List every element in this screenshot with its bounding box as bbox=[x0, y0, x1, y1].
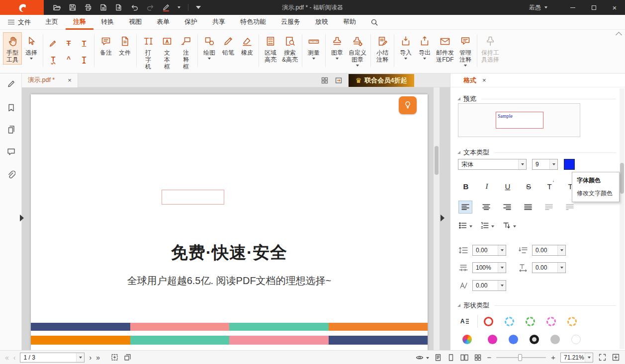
annotate-panel-icon[interactable] bbox=[6, 78, 15, 87]
tab-form[interactable]: 表单 bbox=[149, 15, 177, 30]
document-tab[interactable]: 演示.pdf * × bbox=[22, 73, 78, 87]
redo-icon[interactable] bbox=[146, 3, 155, 11]
dropdown-arrow-icon[interactable] bbox=[518, 159, 526, 169]
panel-scrollbar[interactable] bbox=[620, 88, 625, 349]
prev-page-button[interactable]: ‹ bbox=[13, 354, 16, 362]
export-comments-button[interactable]: 导出 bbox=[415, 32, 434, 61]
tab-slideshow[interactable]: 放映 bbox=[308, 15, 336, 30]
format-tab[interactable]: 格式 × bbox=[463, 76, 486, 85]
shape-fill-magenta[interactable] bbox=[488, 335, 497, 344]
file-attachment-tool-button[interactable]: 文件 bbox=[115, 32, 134, 58]
email-fdf-button[interactable]: 邮件发 送FDF bbox=[434, 32, 456, 65]
active-textbox-annotation[interactable] bbox=[162, 190, 224, 205]
shape-fill-blue[interactable] bbox=[509, 335, 518, 344]
swap-view-icon[interactable] bbox=[335, 76, 343, 84]
print-setup-icon[interactable] bbox=[99, 3, 107, 11]
hand-tool-button[interactable]: 手型 工具 bbox=[3, 32, 22, 65]
open-file-icon[interactable] bbox=[53, 3, 61, 12]
last-page-button[interactable]: » bbox=[96, 354, 100, 362]
dropdown-arrow-icon[interactable] bbox=[76, 353, 84, 362]
callout-tool-button[interactable]: 注 释 框 bbox=[177, 32, 195, 72]
print-icon[interactable] bbox=[84, 3, 92, 11]
zoom-slider[interactable] bbox=[496, 354, 546, 362]
dropdown-arrow-icon[interactable] bbox=[498, 263, 506, 273]
squiggly-tool-button[interactable]: T bbox=[46, 52, 60, 66]
manage-comments-button[interactable]: 管理 注释 bbox=[456, 32, 475, 68]
justify-button[interactable] bbox=[521, 201, 535, 214]
pen-tool-icon[interactable] bbox=[162, 3, 170, 12]
first-page-button[interactable]: « bbox=[5, 354, 9, 362]
export-document-icon[interactable] bbox=[115, 3, 123, 11]
bullet-list-button[interactable] bbox=[458, 221, 472, 229]
account-menu[interactable]: 若愚 bbox=[529, 3, 547, 12]
custom-stamp-tool-button[interactable]: 自定义 图章 bbox=[347, 32, 368, 68]
shape-fill-black[interactable] bbox=[530, 335, 539, 344]
zoom-slider-thumb[interactable] bbox=[518, 354, 522, 361]
align-center-button[interactable] bbox=[479, 201, 493, 214]
char-spacing-combo[interactable]: 0.00 bbox=[532, 262, 566, 273]
zoom-in-button[interactable]: + bbox=[551, 354, 555, 361]
document-tab-close-icon[interactable]: × bbox=[68, 77, 72, 83]
import-comments-button[interactable]: 导入 bbox=[396, 32, 415, 61]
superscript-button[interactable]: T' bbox=[542, 180, 557, 193]
line-spacing-combo[interactable]: 0.00 bbox=[472, 245, 506, 256]
typewriter-tool-button[interactable]: 打 字 机 bbox=[139, 32, 158, 72]
text-type-section-header[interactable]: 文本类型 bbox=[457, 148, 616, 157]
shape-color-magenta[interactable] bbox=[546, 317, 556, 326]
read-aloud-icon[interactable] bbox=[434, 354, 442, 362]
undo-icon[interactable] bbox=[130, 3, 139, 11]
single-page-view-icon[interactable] bbox=[447, 354, 455, 362]
strikethrough-button[interactable]: S bbox=[521, 180, 536, 193]
maximize-button[interactable] bbox=[583, 0, 604, 15]
membership-promo-banner[interactable]: ♛ 联合会员4折起 bbox=[349, 74, 414, 87]
zoom-level-combo[interactable]: 71.21% bbox=[560, 353, 593, 363]
tab-comment[interactable]: 注释 bbox=[66, 15, 93, 30]
drawing-tool-button[interactable]: 绘图 bbox=[200, 32, 219, 61]
tab-help[interactable]: 帮助 bbox=[336, 15, 363, 30]
customize-toolbar-icon[interactable] bbox=[196, 6, 201, 9]
char-slant-combo[interactable]: 0.00 bbox=[472, 280, 506, 291]
snapshot-icon[interactable] bbox=[110, 353, 119, 362]
font-family-select[interactable]: 宋体 bbox=[458, 159, 527, 170]
tab-home[interactable]: 主页 bbox=[38, 15, 66, 30]
facing-page-view-icon[interactable] bbox=[460, 354, 469, 362]
char-scale-combo[interactable]: 100% bbox=[472, 262, 506, 273]
align-right-button[interactable] bbox=[500, 201, 514, 214]
document-scrollbar-thumb[interactable] bbox=[435, 146, 439, 175]
save-icon[interactable] bbox=[69, 3, 77, 11]
tab-protect[interactable]: 保护 bbox=[177, 15, 205, 30]
dropdown-arrow-icon[interactable] bbox=[585, 353, 593, 362]
file-menu-button[interactable]: 文件 bbox=[0, 15, 38, 30]
ribbon-search-button[interactable] bbox=[366, 18, 382, 26]
underline-button[interactable]: U bbox=[500, 180, 515, 193]
search-highlight-tool-button[interactable]: 搜索 &高亮 bbox=[280, 32, 300, 65]
tab-features[interactable]: 特色功能 bbox=[233, 15, 273, 30]
dropdown-arrow-icon[interactable] bbox=[557, 245, 565, 255]
textbox-tool-button[interactable]: 文 本 框 bbox=[158, 32, 177, 72]
pages-panel-icon[interactable] bbox=[6, 125, 15, 134]
zoom-out-button[interactable]: − bbox=[487, 354, 491, 361]
fit-window-icon[interactable] bbox=[612, 353, 620, 362]
close-button[interactable]: × bbox=[604, 0, 625, 15]
note-tool-button[interactable]: 备注 bbox=[96, 32, 115, 58]
clipboard-copy-icon[interactable] bbox=[123, 353, 132, 362]
bold-button[interactable]: B bbox=[458, 180, 473, 193]
shape-fill-white[interactable] bbox=[571, 335, 581, 344]
tip-lightbulb-button[interactable] bbox=[399, 96, 417, 114]
stamp-tool-button[interactable]: 图章 bbox=[328, 32, 347, 61]
measure-tool-button[interactable]: 测量 bbox=[304, 32, 323, 61]
next-page-button[interactable]: › bbox=[89, 354, 91, 362]
italic-button[interactable]: I bbox=[479, 180, 494, 193]
eraser-tool-button[interactable]: 橡皮 bbox=[238, 32, 257, 58]
justify-all-button[interactable] bbox=[563, 201, 577, 214]
keep-tool-selected-button[interactable]: 保持工 具选择 bbox=[479, 32, 501, 65]
dropdown-arrow-icon[interactable] bbox=[498, 281, 506, 291]
minimize-button[interactable] bbox=[562, 0, 583, 15]
view-mode-button[interactable] bbox=[415, 354, 429, 362]
preview-section-header[interactable]: 预览 bbox=[457, 94, 616, 103]
shape-color-orange[interactable] bbox=[567, 317, 577, 326]
page-number-combo[interactable]: 1 / 3 bbox=[20, 353, 85, 363]
highlight-tool-button[interactable] bbox=[46, 36, 60, 50]
panel-scrollbar-thumb[interactable] bbox=[620, 163, 624, 194]
grid-view-icon[interactable] bbox=[474, 354, 482, 362]
